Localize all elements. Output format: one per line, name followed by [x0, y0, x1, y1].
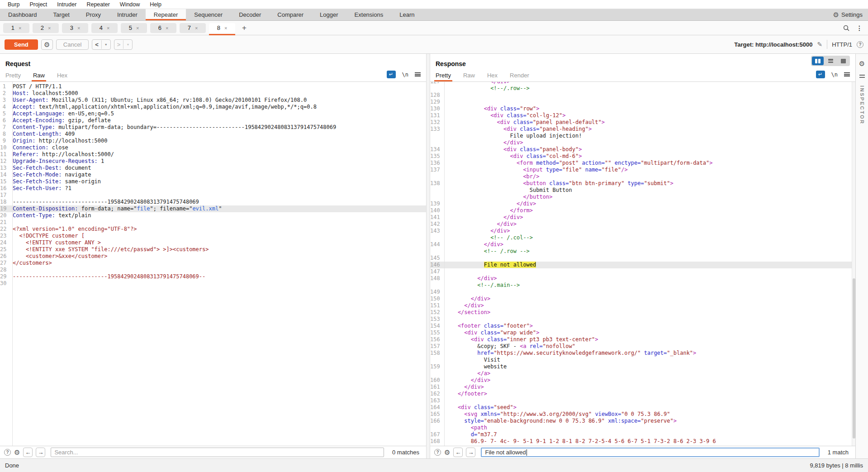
- close-tab-icon[interactable]: ×: [19, 25, 21, 31]
- code-line: 164 <div class="seed">: [430, 404, 855, 411]
- repeater-tab-3[interactable]: 3×: [62, 23, 88, 33]
- close-tab-icon[interactable]: ×: [166, 25, 168, 31]
- close-tab-icon[interactable]: ×: [48, 25, 51, 31]
- code-line: 159 website: [430, 363, 855, 370]
- response-tab-render[interactable]: Render: [510, 69, 529, 81]
- gutter-divider: [444, 82, 445, 446]
- tab-dashboard[interactable]: Dashboard: [0, 9, 45, 20]
- request-header: Request PrettyRawHex ↵ \n: [0, 54, 426, 82]
- search-prev-button[interactable]: ←: [453, 448, 463, 457]
- back-button[interactable]: < ▼: [92, 39, 111, 50]
- response-search-input[interactable]: File not allowed: [481, 448, 819, 457]
- tab-repeater[interactable]: Repeater: [146, 9, 186, 20]
- line-number: 130: [430, 105, 442, 112]
- repeater-tab-4[interactable]: 4×: [91, 23, 118, 33]
- search-next-button[interactable]: →: [466, 448, 475, 457]
- line-number: 2: [0, 90, 10, 97]
- layout-columns-button[interactable]: [812, 57, 824, 65]
- settings-area[interactable]: ⚙ Settings: [833, 9, 868, 20]
- request-editor[interactable]: 1POST / HTTP/1.12Host: localhost:50003Us…: [0, 82, 426, 446]
- menu-item-burp[interactable]: Burp: [3, 1, 24, 8]
- search-value: File not allowed: [485, 449, 526, 456]
- add-tab-button[interactable]: +: [242, 24, 247, 33]
- menu-item-project[interactable]: Project: [24, 1, 52, 8]
- help-icon[interactable]: ?: [4, 449, 11, 456]
- code-line: 13Sec-Fetch-Dest: document: [0, 165, 426, 172]
- show-newlines-icon[interactable]: \n: [402, 72, 408, 78]
- tab-target[interactable]: Target: [45, 9, 78, 20]
- line-number: 4: [0, 104, 10, 110]
- hamburger-menu-icon[interactable]: [415, 72, 421, 76]
- layout-rows-button[interactable]: [825, 57, 836, 65]
- search-prev-button[interactable]: ←: [23, 448, 33, 457]
- request-tab-hex[interactable]: Hex: [57, 69, 67, 81]
- word-wrap-icon[interactable]: ↵: [387, 71, 396, 78]
- send-button[interactable]: Send: [5, 39, 38, 50]
- collapse-panel-icon[interactable]: [859, 75, 865, 78]
- tab-extensions[interactable]: Extensions: [346, 9, 392, 20]
- repeater-tab-7[interactable]: 7×: [180, 23, 206, 33]
- repeater-tab-label: 1: [11, 24, 14, 31]
- close-tab-icon[interactable]: ×: [107, 25, 109, 31]
- repeater-tab-8[interactable]: 8×: [209, 23, 235, 33]
- line-number: 148: [430, 275, 442, 282]
- inspector-settings-icon[interactable]: ⚙: [859, 60, 865, 67]
- search-next-button[interactable]: →: [36, 448, 45, 457]
- request-tab-raw[interactable]: Raw: [33, 69, 45, 81]
- tab-comparer[interactable]: Comparer: [269, 9, 312, 20]
- response-tab-raw[interactable]: Raw: [463, 69, 475, 81]
- help-icon[interactable]: ?: [857, 41, 863, 48]
- code-line: 135 <div class="col-md-6">: [430, 153, 855, 160]
- panel-splitter[interactable]: [426, 54, 430, 458]
- response-tab-pretty[interactable]: Pretty: [436, 69, 451, 81]
- search-settings-icon[interactable]: ⚙: [444, 449, 450, 456]
- close-tab-icon[interactable]: ×: [77, 25, 80, 31]
- close-tab-icon[interactable]: ×: [224, 25, 227, 31]
- word-wrap-icon[interactable]: ↵: [816, 71, 825, 78]
- repeater-tab-1[interactable]: 1×: [3, 23, 29, 33]
- tab-decoder[interactable]: Decoder: [231, 9, 269, 20]
- send-settings-button[interactable]: ⚙: [41, 39, 53, 50]
- code-line: 145: [430, 255, 855, 262]
- status-right: 9,819 bytes | 8 millis: [810, 462, 863, 469]
- response-editor[interactable]: 127 </div> <!--/.row-->128129130 <div cl…: [430, 82, 855, 446]
- inspector-label[interactable]: INSPECTOR: [859, 86, 865, 124]
- menu-item-help[interactable]: Help: [145, 1, 166, 8]
- forward-button[interactable]: > ▼: [114, 39, 133, 50]
- chevron-down-icon[interactable]: ▼: [126, 43, 129, 46]
- repeater-tab-5[interactable]: 5×: [121, 23, 147, 33]
- kebab-menu-icon[interactable]: ⋮: [856, 24, 863, 32]
- help-icon[interactable]: ?: [434, 449, 441, 456]
- code-line: 167 d="m37.7: [430, 431, 855, 438]
- close-tab-icon[interactable]: ×: [195, 25, 198, 31]
- scrollbar-thumb[interactable]: [853, 278, 855, 439]
- close-tab-icon[interactable]: ×: [136, 25, 139, 31]
- hamburger-menu-icon[interactable]: [844, 72, 850, 76]
- edit-target-icon[interactable]: ✎: [817, 41, 822, 48]
- line-number: [430, 370, 442, 377]
- search-icon[interactable]: [843, 25, 849, 31]
- repeater-tab-2[interactable]: 2×: [33, 23, 59, 33]
- request-search-input[interactable]: Search...: [51, 448, 384, 457]
- menu-item-intruder[interactable]: Intruder: [52, 1, 81, 8]
- request-tab-pretty[interactable]: Pretty: [5, 69, 21, 81]
- tab-intruder[interactable]: Intruder: [109, 9, 146, 20]
- menu-item-repeater[interactable]: Repeater: [81, 1, 114, 8]
- tab-learn[interactable]: Learn: [391, 9, 422, 20]
- scrollbar[interactable]: [852, 82, 855, 446]
- search-settings-icon[interactable]: ⚙: [14, 449, 20, 456]
- layout-single-button[interactable]: [837, 57, 849, 65]
- tab-logger[interactable]: Logger: [312, 9, 346, 20]
- tab-proxy[interactable]: Proxy: [78, 9, 109, 20]
- show-newlines-icon[interactable]: \n: [831, 72, 838, 78]
- target-label: Target: http://localhost:5000: [734, 41, 812, 48]
- line-number: 17: [0, 192, 10, 199]
- line-number: 132: [430, 119, 442, 126]
- chevron-down-icon[interactable]: ▼: [104, 43, 108, 46]
- tab-sequencer[interactable]: Sequencer: [186, 9, 231, 20]
- cancel-button[interactable]: Cancel: [56, 39, 89, 50]
- menu-item-window[interactable]: Window: [115, 1, 145, 8]
- repeater-tab-6[interactable]: 6×: [150, 23, 176, 33]
- response-tab-hex[interactable]: Hex: [487, 69, 498, 81]
- text-caret: [526, 449, 527, 456]
